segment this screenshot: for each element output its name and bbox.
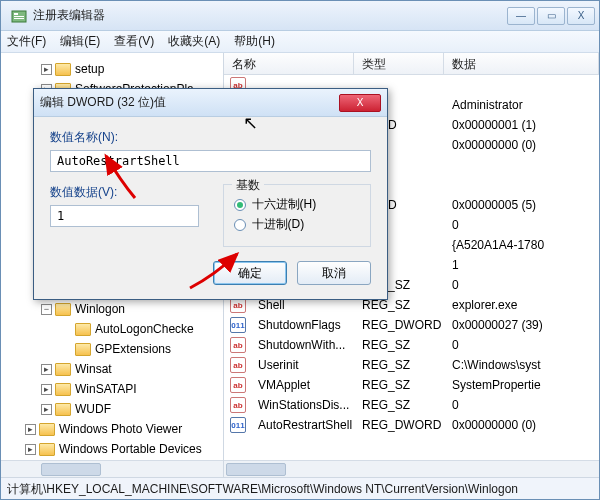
list-row[interactable]: abVMAppletREG_SZSystemPropertie <box>224 375 599 395</box>
cell-name: AutoRestrartShell <box>250 418 354 432</box>
tree-label: GPExtensions <box>95 342 171 356</box>
status-bar: 计算机\HKEY_LOCAL_MACHINE\SOFTWARE\Microsof… <box>1 477 599 499</box>
tree-hscroll[interactable] <box>1 460 223 477</box>
dialog-body: 数值名称(N): 数值数据(V): 基数 十六进制(H) 十进制(D) 确定 取… <box>34 117 387 299</box>
value-data-field[interactable] <box>50 205 199 227</box>
cell-type: REG_SZ <box>354 378 444 392</box>
list-row[interactable]: 011ShutdownFlagsREG_DWORD0x00000027 (39) <box>224 315 599 335</box>
list-row[interactable]: abWinStationsDis...REG_SZ0 <box>224 395 599 415</box>
cell-data: 0 <box>444 338 599 352</box>
cell-type: REG_SZ <box>354 358 444 372</box>
tree-node[interactable]: ▸WUDF <box>1 399 223 419</box>
value-name-label: 数值名称(N): <box>50 129 371 146</box>
cell-name: ShutdownWith... <box>250 338 354 352</box>
folder-icon <box>75 343 91 356</box>
tree-label: AutoLogonChecke <box>95 322 194 336</box>
cell-name: VMApplet <box>250 378 354 392</box>
menu-view[interactable]: 查看(V) <box>114 33 154 50</box>
binary-icon: 011 <box>230 317 246 333</box>
cell-data: 0x00000027 (39) <box>444 318 599 332</box>
radio-icon <box>234 219 246 231</box>
close-button[interactable]: X <box>567 7 595 25</box>
cell-data: explorer.exe <box>444 298 599 312</box>
svg-rect-1 <box>14 13 18 15</box>
cell-data: 0x00000000 (0) <box>444 418 599 432</box>
cell-type: REG_DWORD <box>354 418 444 432</box>
menu-edit[interactable]: 编辑(E) <box>60 33 100 50</box>
radio-dec[interactable]: 十进制(D) <box>234 216 361 233</box>
cell-type: REG_DWORD <box>354 318 444 332</box>
tree-node[interactable]: ▸Winsat <box>1 359 223 379</box>
tree-label: setup <box>75 62 104 76</box>
svg-rect-3 <box>14 18 24 19</box>
tree-node[interactable]: −Winlogon <box>1 299 223 319</box>
tree-node[interactable]: ▸setup <box>1 59 223 79</box>
cell-name: Userinit <box>250 358 354 372</box>
folder-icon <box>39 443 55 456</box>
tree-node[interactable]: ▸Windows Photo Viewer <box>1 419 223 439</box>
expand-icon[interactable]: ▸ <box>25 424 36 435</box>
cancel-button[interactable]: 取消 <box>297 261 371 285</box>
expand-icon[interactable]: − <box>41 304 52 315</box>
tree-node[interactable]: ▸WinSATAPI <box>1 379 223 399</box>
dialog-close-button[interactable]: X <box>339 94 381 112</box>
menubar: 文件(F) 编辑(E) 查看(V) 收藏夹(A) 帮助(H) <box>1 31 599 53</box>
tree-node[interactable]: ▸Windows Portable Devices <box>1 439 223 459</box>
cell-data: 0 <box>444 218 599 232</box>
app-icon <box>11 8 27 24</box>
cell-data: C:\Windows\syst <box>444 358 599 372</box>
expand-icon[interactable]: ▸ <box>41 64 52 75</box>
list-row[interactable]: 011AutoRestrartShellREG_DWORD0x00000000 … <box>224 415 599 435</box>
minimize-button[interactable]: — <box>507 7 535 25</box>
cell-data: 0x00000005 (5) <box>444 198 599 212</box>
list-header: 名称 类型 数据 <box>224 53 599 75</box>
dialog-titlebar[interactable]: 编辑 DWORD (32 位)值 X <box>34 89 387 117</box>
menu-help[interactable]: 帮助(H) <box>234 33 275 50</box>
col-name[interactable]: 名称 <box>224 53 354 74</box>
folder-icon <box>55 383 71 396</box>
cell-type: REG_SZ <box>354 298 444 312</box>
tree-label: Windows Portable Devices <box>59 442 202 456</box>
cell-data: 0x00000001 (1) <box>444 118 599 132</box>
folder-icon <box>55 303 71 316</box>
base-group: 基数 十六进制(H) 十进制(D) <box>223 184 372 247</box>
menu-file[interactable]: 文件(F) <box>7 33 46 50</box>
folder-icon <box>55 403 71 416</box>
list-row[interactable]: abUserinitREG_SZC:\Windows\syst <box>224 355 599 375</box>
col-data[interactable]: 数据 <box>444 53 599 74</box>
window-title: 注册表编辑器 <box>33 7 507 24</box>
expand-icon[interactable]: ▸ <box>41 384 52 395</box>
expand-icon[interactable]: ▸ <box>41 404 52 415</box>
ok-button[interactable]: 确定 <box>213 261 287 285</box>
cell-name: ShutdownFlags <box>250 318 354 332</box>
tree-node[interactable]: GPExtensions <box>1 339 223 359</box>
menu-favorites[interactable]: 收藏夹(A) <box>168 33 220 50</box>
tree-node[interactable]: AutoLogonChecke <box>1 319 223 339</box>
cell-type: REG_SZ <box>354 398 444 412</box>
dialog-title: 编辑 DWORD (32 位)值 <box>40 94 339 111</box>
cell-data: 0 <box>444 398 599 412</box>
col-type[interactable]: 类型 <box>354 53 444 74</box>
string-icon: ab <box>230 357 246 373</box>
folder-icon <box>75 323 91 336</box>
tree-label: WinSATAPI <box>75 382 137 396</box>
list-hscroll[interactable] <box>224 460 599 477</box>
edit-dword-dialog: 编辑 DWORD (32 位)值 X 数值名称(N): 数值数据(V): 基数 … <box>33 88 388 300</box>
folder-icon <box>55 363 71 376</box>
value-name-field[interactable] <box>50 150 371 172</box>
cell-data: 1 <box>444 258 599 272</box>
list-row[interactable]: abShutdownWith...REG_SZ0 <box>224 335 599 355</box>
cell-data: 0 <box>444 278 599 292</box>
radio-hex[interactable]: 十六进制(H) <box>234 196 361 213</box>
maximize-button[interactable]: ▭ <box>537 7 565 25</box>
base-group-label: 基数 <box>232 177 264 194</box>
folder-icon <box>39 423 55 436</box>
cell-data: 0x00000000 (0) <box>444 138 599 152</box>
expand-icon[interactable]: ▸ <box>25 444 36 455</box>
window-buttons: — ▭ X <box>507 7 595 25</box>
dialog-buttons: 确定 取消 <box>50 261 371 285</box>
expand-icon[interactable]: ▸ <box>41 364 52 375</box>
svg-rect-2 <box>14 16 24 17</box>
titlebar[interactable]: 注册表编辑器 — ▭ X <box>1 1 599 31</box>
radio-icon <box>234 199 246 211</box>
